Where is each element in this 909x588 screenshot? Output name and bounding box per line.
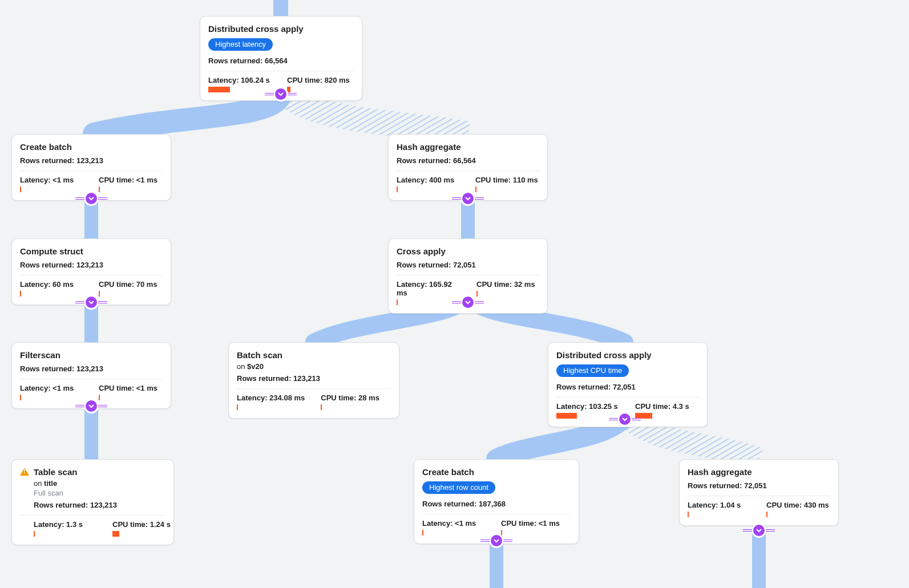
node-title: Compute struct [20, 246, 163, 257]
rows-returned: Rows returned: 187,368 [422, 500, 571, 508]
rows-returned: Rows returned: 66,564 [397, 156, 539, 165]
query-plan-canvas: Distributed cross apply Highest latency … [0, 0, 909, 588]
metric-cpu-time: CPU time: <1 ms [99, 384, 161, 400]
expand-toggle-create-batch-right[interactable] [491, 535, 502, 546]
node-title: Distributed cross apply [556, 350, 699, 361]
node-title: Distributed cross apply [208, 23, 354, 35]
node-title: Hash aggregate [688, 467, 830, 478]
metric-latency: Latency: 1.3 s [34, 520, 96, 537]
node-title: Create batch [20, 141, 163, 153]
metric-cpu-time: CPU time: 1.24 s [112, 520, 175, 537]
node-compute-struct[interactable]: Compute struct Rows returned: 123,213 La… [11, 238, 171, 305]
badge-highest-row-count: Highest row count [422, 481, 495, 494]
node-hash-aggregate-top[interactable]: Hash aggregate Rows returned: 66,564 Lat… [388, 134, 548, 201]
node-batch-scan[interactable]: Batch scan on $v20 Rows returned: 123,21… [228, 342, 399, 419]
metric-cpu-time: CPU time: 32 ms [476, 280, 539, 305]
node-title: Batch scan [237, 350, 391, 361]
metric-cpu-time: CPU time: 820 ms [287, 76, 350, 92]
expand-toggle-cross-apply[interactable] [462, 297, 474, 308]
metric-cpu-time: CPU time: 110 ms [475, 176, 538, 192]
node-filterscan[interactable]: Filterscan Rows returned: 123,213 Latenc… [11, 342, 171, 409]
metric-latency: Latency: 234.08 ms [237, 394, 305, 410]
metric-cpu-time: CPU time: 4.3 s [635, 402, 698, 419]
rows-returned: Rows returned: 72,051 [397, 261, 539, 269]
rows-returned: Rows returned: 123,213 [20, 364, 163, 373]
node-hash-aggregate-bottom[interactable]: Hash aggregate Rows returned: 72,051 Lat… [679, 459, 839, 526]
metric-latency: Latency: 1.04 s [688, 501, 750, 517]
metric-latency: Latency: 60 ms [20, 280, 83, 297]
rows-returned: Rows returned: 72,051 [556, 383, 699, 391]
node-create-batch-right[interactable]: Create batch Highest row count Rows retu… [414, 459, 579, 544]
node-annotation: Full scan [34, 489, 165, 497]
warning-icon [20, 468, 29, 476]
expand-toggle-hash-agg-top[interactable] [462, 193, 474, 204]
rows-returned: Rows returned: 72,051 [688, 481, 830, 490]
expand-toggle-create-batch-left[interactable] [86, 193, 97, 204]
expand-toggle-compute-struct[interactable] [86, 297, 97, 308]
node-title: Cross apply [397, 246, 539, 257]
metric-latency: Latency: 400 ms [397, 176, 459, 192]
metric-latency: Latency: <1 ms [20, 176, 83, 192]
badge-highest-latency: Highest latency [208, 38, 273, 51]
rows-returned: Rows returned: 123,213 [20, 501, 165, 509]
rows-returned: Rows returned: 66,564 [208, 56, 354, 65]
metric-cpu-time: CPU time: <1 ms [501, 519, 564, 536]
metric-cpu-time: CPU time: 70 ms [99, 280, 161, 297]
metric-latency: Latency: 106.24 s [208, 76, 271, 92]
metric-latency: Latency: 103.25 s [556, 402, 619, 419]
metric-latency: Latency: 165.92 ms [397, 280, 460, 305]
metric-cpu-time: CPU time: <1 ms [99, 176, 161, 192]
rows-returned: Rows returned: 123,213 [237, 374, 391, 383]
metric-cpu-time: CPU time: 430 ms [766, 501, 829, 517]
node-title: Filterscan [20, 350, 163, 361]
metric-latency: Latency: <1 ms [20, 384, 83, 400]
node-title: Create batch [422, 467, 571, 478]
node-on-target: on $v20 [237, 362, 391, 371]
metric-cpu-time: CPU time: 28 ms [321, 394, 383, 410]
node-table-scan[interactable]: Table scan on title Full scan Rows retur… [11, 459, 174, 545]
node-title: Hash aggregate [397, 141, 539, 153]
metric-latency: Latency: <1 ms [422, 519, 485, 536]
expand-toggle-dca2[interactable] [619, 413, 631, 425]
node-create-batch-left[interactable]: Create batch Rows returned: 123,213 Late… [11, 134, 171, 201]
badge-highest-cpu-time: Highest CPU time [556, 364, 629, 377]
expand-toggle-dca1[interactable] [275, 88, 286, 100]
expand-toggle-filterscan[interactable] [86, 400, 97, 412]
node-on-target: on title [34, 479, 165, 488]
node-title: Table scan [34, 467, 165, 478]
rows-returned: Rows returned: 123,213 [20, 156, 163, 165]
expand-toggle-hash-agg-bottom[interactable] [753, 525, 765, 536]
rows-returned: Rows returned: 123,213 [20, 261, 163, 269]
